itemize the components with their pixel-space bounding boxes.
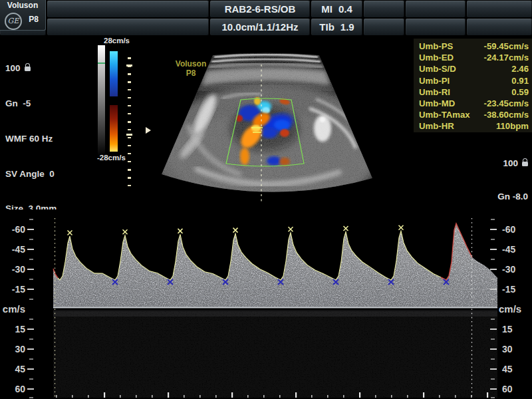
axis-tick-label: 60 — [502, 384, 513, 394]
colorflow-bar-away — [110, 105, 118, 152]
axis-tick-label: 60 — [15, 384, 25, 394]
display-settings: 10.0cm/1.1/12Hz — [210, 19, 310, 35]
2d-image-canvas[interactable]: Voluson P8 — [142, 35, 384, 209]
ultrasound-screen: RAB2-6-RS/OB MI0.4 10.0cm/1.1/12Hz TIb1.… — [0, 0, 532, 399]
depth-ruler — [128, 57, 131, 193]
depth-ruler-major-tick — [126, 65, 132, 66]
system-probe-short: P8 — [29, 15, 39, 24]
header-cell-blank — [467, 19, 532, 35]
measure-label: Umb-PI — [419, 75, 450, 86]
axis-tick-label: cm/s — [3, 303, 25, 315]
axis-tick-label: -15 — [12, 284, 25, 295]
measure-label: Umb-HR — [419, 120, 454, 132]
axis-tick-label: -45 — [502, 244, 515, 255]
header-cell-blank — [467, 1, 532, 17]
ge-logo-icon: GE — [5, 13, 22, 30]
measure-label: Umb-MD — [419, 98, 455, 109]
axis-tick-label: -30 — [12, 264, 25, 275]
probe-name: RAB2-6-RS/OB — [210, 1, 310, 17]
measure-value: 0.59 — [511, 86, 529, 98]
probe-name-label: RAB2-6-RS/OB — [225, 3, 296, 15]
measure-value: -59.45cm/s — [484, 41, 529, 52]
measure-value: -38.60cm/s — [484, 109, 529, 120]
gray-marker — [98, 63, 105, 64]
measurement-row: Umb-ED-24.17cm/s — [414, 52, 532, 63]
header-cell-blank — [364, 1, 404, 17]
depth-ruler-major-tick — [126, 134, 132, 136]
measure-label: Umb-S/D — [419, 63, 456, 74]
axis-tick-label: 45 — [15, 364, 25, 374]
mi-label: MI — [321, 3, 332, 15]
param-line: Gn -8.0 — [477, 192, 528, 203]
axis-tick-label: 30 — [15, 344, 25, 354]
measurement-row: Umb-S/D2.46 — [414, 63, 532, 74]
measurement-row: Umb-MD-23.45cm/s — [414, 98, 532, 109]
color-scale-min: -28cm/s — [97, 154, 126, 162]
mi-readout: MI0.4 — [311, 1, 362, 17]
axis-tick-label: -45 — [12, 244, 25, 255]
measure-label: Umb-PS — [419, 41, 453, 52]
measure-value: 0.91 — [511, 75, 529, 86]
axis-tick-label: cm/s — [499, 303, 521, 315]
axis-tick-label: 30 — [502, 344, 513, 354]
axis-tick-label: -60 — [12, 224, 25, 235]
spectral-doppler-canvas[interactable]: -60-60-45-45-30-30-15-151515303045456060… — [0, 209, 532, 399]
image-watermark-model: Voluson — [176, 59, 206, 68]
color-scale-max: 28cm/s — [104, 37, 130, 45]
param-line: SV Angle 0 — [5, 168, 66, 180]
axis-tick-label: 15 — [15, 324, 25, 334]
system-model: Voluson — [0, 1, 45, 10]
axis-tick-label: 45 — [502, 364, 513, 374]
measure-value: 110bpm — [496, 120, 529, 132]
measure-label: Umb-TAmax — [419, 109, 470, 120]
axis-tick-label: -30 — [502, 264, 515, 275]
ti-readout: TIb1.9 — [311, 19, 362, 35]
header-cell-blank — [364, 19, 404, 35]
header-cell-blank — [47, 1, 209, 17]
measurement-row: Umb-HR110bpm — [414, 120, 532, 132]
measure-label: Umb-RI — [419, 86, 450, 98]
colorflow-bar-toward — [110, 51, 118, 96]
measurement-row: Umb-TAmax-38.60cm/s — [414, 109, 532, 120]
measure-value: 2.46 — [511, 63, 529, 74]
measurement-row: Umb-RI0.59 — [414, 86, 532, 98]
axis-tick-label: 15 — [502, 324, 513, 334]
system-badge: Voluson GE P8 — [0, 0, 46, 31]
header-cell-blank — [406, 1, 466, 17]
measure-value: -23.45cm/s — [484, 98, 529, 109]
grayscale-bar — [98, 45, 105, 156]
ti-label: TIb — [319, 21, 334, 33]
acoustic-power: 100 — [5, 63, 66, 74]
measurement-row: Umb-PS-59.45cm/s — [414, 41, 532, 52]
param-line: WMF 60 Hz — [5, 133, 66, 145]
header-cell-blank — [47, 19, 209, 35]
measure-value: -24.17cm/s — [484, 52, 529, 63]
measurement-results-panel: Umb-PS-59.45cm/s Umb-ED-24.17cm/s Umb-S/… — [414, 39, 532, 132]
measure-label: Umb-ED — [419, 52, 454, 63]
header-cell-blank — [406, 19, 466, 35]
axis-tick-label: -60 — [502, 224, 515, 235]
lock-icon — [25, 66, 31, 71]
measurement-row: Umb-PI0.91 — [414, 75, 532, 86]
ti-value: 1.9 — [340, 21, 354, 33]
display-settings-label: 10.0cm/1.1/12Hz — [221, 21, 298, 33]
mi-value: 0.4 — [338, 3, 352, 15]
axis-tick-label: -15 — [502, 284, 515, 295]
image-watermark-probe: P8 — [186, 68, 196, 78]
acoustic-power: 100 — [477, 158, 528, 170]
lock-icon — [522, 162, 528, 166]
param-line: Gn -5 — [5, 98, 66, 110]
